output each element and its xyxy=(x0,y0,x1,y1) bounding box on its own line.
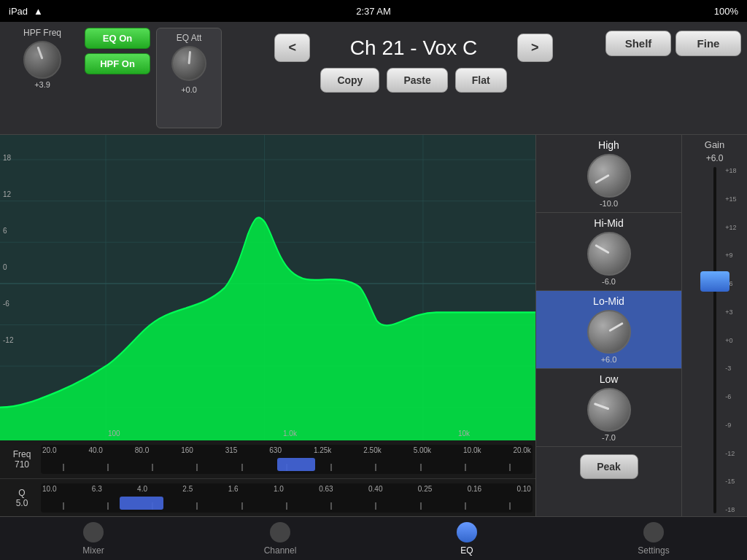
nav-mixer[interactable]: Mixer xyxy=(57,522,130,556)
hi-mid-band-section: Hi-Mid -6.0 xyxy=(536,213,681,291)
hpf-freq-knob-container: +3.9 xyxy=(23,41,61,89)
hpf-buttons-group: EQ On HPF On xyxy=(85,28,150,128)
eq-att-value: +0.0 xyxy=(181,85,197,94)
high-band-knob[interactable] xyxy=(587,154,631,198)
shelf-fine-row: Shelf Fine xyxy=(605,31,741,56)
grid-x-100: 100 xyxy=(108,429,120,438)
eq-att-knob[interactable] xyxy=(171,46,206,81)
grid-x-10k: 10k xyxy=(458,429,470,438)
eq-graph-area: 18 12 6 0 -6 -12 100 1.0k 10k Freq 710 xyxy=(0,135,535,516)
channel-icon xyxy=(270,522,290,542)
grid-y-n12: -12 xyxy=(3,336,13,344)
q-label-col: Q 5.0 xyxy=(3,488,41,508)
gain-header: Gain +6.0 xyxy=(705,138,724,164)
grid-y-0: 0 xyxy=(3,263,7,271)
freq-slider-track[interactable]: 20.0 40.0 80.0 160 315 630 1.25k 2.50k 5… xyxy=(41,445,533,474)
settings-icon xyxy=(643,522,664,542)
eq-icon xyxy=(457,522,477,542)
low-band-section: Low -7.0 xyxy=(536,369,681,447)
q-slider-track[interactable]: 10.0 6.3 4.0 2.5 1.6 1.0 0.63 0.40 0.25 … xyxy=(41,483,533,513)
freq-handle[interactable] xyxy=(277,458,315,471)
nav-channel-label: Channel xyxy=(264,545,297,556)
nav-prev-button[interactable]: < xyxy=(274,34,310,62)
eq-on-button[interactable]: EQ On xyxy=(85,28,150,49)
eq-grid-svg xyxy=(0,135,535,440)
battery-indicator: 100% xyxy=(714,6,738,17)
lo-mid-band-label: Lo-Mid xyxy=(593,295,624,307)
freq-value: 710 xyxy=(15,459,29,470)
high-band-section: High -10.0 xyxy=(536,135,681,213)
nav-mixer-label: Mixer xyxy=(82,545,104,556)
freq-label: Freq xyxy=(13,449,31,459)
gain-fader-track xyxy=(713,167,716,513)
grid-x-1k: 1.0k xyxy=(283,429,297,438)
freq-slider-area: Freq 710 20.0 40.0 80.0 160 315 630 1.25… xyxy=(0,440,535,478)
hi-mid-band-value: -6.0 xyxy=(602,277,616,286)
nav-settings[interactable]: Settings xyxy=(617,522,690,556)
q-slider-area: Q 5.0 10.0 6.3 4.0 2.5 1.6 1.0 0.63 0.40… xyxy=(0,478,535,516)
hpf-freq-label: HPF Freq xyxy=(23,28,61,38)
paste-button[interactable]: Paste xyxy=(387,68,447,93)
peak-button[interactable]: Peak xyxy=(580,454,638,479)
hpf-freq-value: +3.9 xyxy=(34,80,50,89)
top-controls: HPF Freq +3.9 EQ On HPF On EQ Att +0.0 xyxy=(0,22,747,135)
gain-fader-area: Gain +6.0 +18 +15 +12 +9 +6 +3 +0 -3 -6 … xyxy=(681,135,747,516)
copy-button[interactable]: Copy xyxy=(320,68,379,93)
hi-mid-band-knob[interactable] xyxy=(587,232,631,276)
high-band-value: -10.0 xyxy=(600,199,618,208)
low-band-label: Low xyxy=(600,373,619,385)
right-panel: High -10.0 Hi-Mid -6.0 Lo-Mid xyxy=(535,135,681,516)
lo-mid-band-knob[interactable] xyxy=(587,310,631,354)
freq-label-col: Freq 710 xyxy=(3,449,41,470)
lo-mid-band-value: +6.0 xyxy=(601,355,617,364)
high-band-label: High xyxy=(598,139,619,151)
q-handle[interactable] xyxy=(120,497,163,510)
shelf-button[interactable]: Shelf xyxy=(605,31,671,56)
nav-settings-label: Settings xyxy=(638,545,669,556)
hi-mid-band-label: Hi-Mid xyxy=(594,217,623,229)
nav-eq-label: EQ xyxy=(460,545,473,556)
eq-att-section: EQ Att +0.0 xyxy=(156,28,222,128)
q-label: Q xyxy=(18,488,25,498)
hpf-on-button[interactable]: HPF On xyxy=(85,53,150,74)
grid-y-12: 12 xyxy=(3,190,11,198)
channel-title: Ch 21 - Vox C xyxy=(319,36,508,60)
low-band-value: -7.0 xyxy=(602,433,616,442)
gain-value: +6.0 xyxy=(706,153,724,163)
nav-row: < Ch 21 - Vox C > xyxy=(274,34,552,62)
q-value: 5.0 xyxy=(16,498,28,508)
time-display: 2:37 AM xyxy=(356,6,391,17)
bottom-nav: Mixer Channel EQ Settings xyxy=(0,516,747,560)
eq-section: 18 12 6 0 -6 -12 100 1.0k 10k Freq 710 xyxy=(0,135,747,516)
eq-canvas[interactable]: 18 12 6 0 -6 -12 100 1.0k 10k xyxy=(0,135,535,440)
device-label: iPad xyxy=(9,6,28,17)
q-labels-row: 10.0 6.3 4.0 2.5 1.6 1.0 0.63 0.40 0.25 … xyxy=(41,485,533,493)
nav-channel[interactable]: Channel xyxy=(244,522,317,556)
gain-label: Gain xyxy=(705,139,724,150)
gain-fader-container: +18 +15 +12 +9 +6 +3 +0 -3 -6 -9 -12 -15… xyxy=(693,167,737,513)
grid-y-18: 18 xyxy=(3,154,11,162)
gain-fader-labels: +18 +15 +12 +9 +6 +3 +0 -3 -6 -9 -12 -15… xyxy=(725,167,736,513)
nav-next-button[interactable]: > xyxy=(517,34,553,62)
nav-eq[interactable]: EQ xyxy=(430,522,503,556)
grid-y-6: 6 xyxy=(3,227,7,235)
peak-button-container: Peak xyxy=(536,447,681,486)
mixer-icon xyxy=(83,522,104,542)
flat-button[interactable]: Flat xyxy=(455,68,507,93)
freq-labels-row: 20.0 40.0 80.0 160 315 630 1.25k 2.50k 5… xyxy=(41,446,533,454)
hpf-freq-knob[interactable] xyxy=(23,41,61,79)
low-band-knob[interactable] xyxy=(587,388,631,432)
eq-att-label: EQ Att xyxy=(177,33,202,43)
action-row: Copy Paste Flat xyxy=(320,68,506,93)
status-bar: iPad ▲ 2:37 AM 100% xyxy=(0,0,747,22)
main-container: HPF Freq +3.9 EQ On HPF On EQ Att +0.0 xyxy=(0,22,747,560)
right-controls: Shelf Fine xyxy=(605,28,741,128)
hpf-freq-section: HPF Freq +3.9 xyxy=(6,28,79,128)
wifi-icon: ▲ xyxy=(34,6,43,17)
fine-button[interactable]: Fine xyxy=(676,31,741,56)
gain-fader-handle[interactable] xyxy=(700,271,729,292)
center-header: < Ch 21 - Vox C > Copy Paste Flat xyxy=(228,28,600,128)
grid-y-n6: -6 xyxy=(3,300,9,308)
lo-mid-band-section: Lo-Mid +6.0 xyxy=(536,291,681,369)
